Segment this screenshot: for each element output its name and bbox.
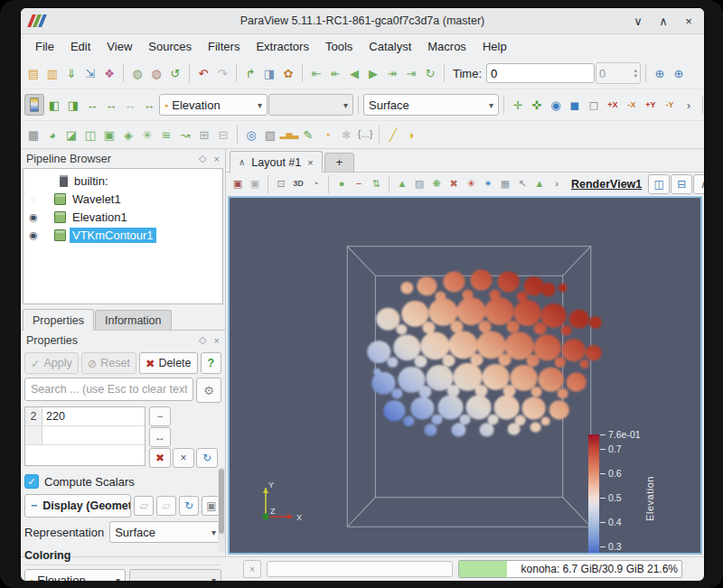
remove-value-icon[interactable]: −	[149, 406, 171, 426]
toggle-3d-icon[interactable]: 3D	[290, 176, 306, 192]
coloring-component-select[interactable]: ▾	[129, 569, 221, 582]
calculator-icon[interactable]: ▦	[24, 125, 42, 145]
rescale-temporal-icon[interactable]: ↔	[121, 95, 139, 115]
rescale-visible-icon[interactable]: ↔	[140, 95, 158, 115]
warp-by-vector-icon[interactable]: ↝	[176, 125, 194, 145]
save-data-icon[interactable]: ▥	[43, 63, 61, 83]
menu-filters[interactable]: Filters	[201, 37, 247, 56]
render-view-canvas[interactable]: X Y Z 7.6e-01 0.7 0.6 0.5 0.4 0.3 2.4e-0…	[228, 196, 702, 555]
pipeline-item-builtin[interactable]: builtin:	[23, 172, 222, 190]
menu-help[interactable]: Help	[475, 37, 514, 56]
view-plus-x-icon[interactable]: +X	[604, 95, 622, 115]
edit-color-palette-icon[interactable]: ✿	[279, 63, 297, 83]
vcr-last-frame-icon[interactable]: ⇥	[402, 63, 420, 83]
zoom-to-selection-icon[interactable]: ⇅	[368, 176, 384, 192]
view-minus-y-icon[interactable]: -Y	[661, 95, 679, 115]
coloring-array-select[interactable]: ● Elevation ▾	[24, 569, 126, 582]
extract-selection-icon[interactable]: ▧	[261, 125, 279, 145]
extract-subset-icon[interactable]: ◈	[119, 125, 137, 145]
pipeline-item-wavelet1[interactable]: ◌ Wavelet1	[23, 190, 222, 208]
value-table[interactable]: 2 220	[24, 406, 146, 466]
vcr-first-frame-icon[interactable]: ⇤	[307, 63, 325, 83]
redo-icon[interactable]: ↷	[213, 63, 231, 83]
value-row[interactable]: 2 220	[25, 407, 145, 426]
slice-icon[interactable]: ◫	[81, 125, 99, 145]
reset-session-icon[interactable]: ↺	[166, 63, 184, 83]
representation-combo[interactable]: Surface ▾	[363, 94, 499, 116]
component-combo[interactable]: ▾	[268, 94, 353, 116]
protractor-icon[interactable]: ◗	[403, 125, 421, 145]
extract-level-icon[interactable]: ⊟	[214, 125, 232, 145]
reset-display-icon[interactable]: ↻	[179, 496, 199, 516]
select-points-on-icon[interactable]: ▨	[411, 176, 427, 192]
ruler-icon[interactable]: ╱	[384, 125, 402, 145]
properties-scrollbar[interactable]	[218, 467, 225, 553]
select-block-icon[interactable]: ✴	[480, 176, 496, 192]
dock-float-icon[interactable]: ◇	[199, 334, 206, 346]
select-cells-on-icon[interactable]: ▲	[394, 176, 410, 192]
threshold-icon[interactable]: ▣	[100, 125, 118, 145]
cancel-progress-icon[interactable]: ×	[243, 560, 261, 578]
zoom-closest-icon[interactable]: ◼	[566, 95, 584, 115]
zoom-current-window-icon[interactable]: ⊕	[651, 63, 669, 83]
select-frustum-icon[interactable]: ✖	[446, 176, 462, 192]
gear-icon[interactable]: ⚙	[196, 378, 221, 403]
interaction-mode-icon[interactable]: ●	[333, 176, 350, 192]
render-view-name[interactable]: RenderView1	[571, 178, 642, 191]
server-connect-icon[interactable]: ◍	[128, 63, 146, 83]
dock-close-icon[interactable]: ×	[214, 335, 220, 346]
visibility-eye-icon[interactable]: ◉	[27, 229, 40, 241]
value-range-icon[interactable]: ↔	[149, 427, 171, 447]
compute-scalars-checkbox[interactable]: ✓	[24, 474, 39, 489]
restore-defaults-icon[interactable]: ↻	[196, 448, 218, 468]
clear-values-icon[interactable]: ×	[173, 448, 194, 468]
snowflake-icon[interactable]: ❄	[337, 125, 355, 145]
menu-edit[interactable]: Edit	[63, 37, 98, 56]
zoom-to-box-icon[interactable]: ◻	[585, 95, 603, 115]
reset-camera-closest-icon[interactable]: ✜	[528, 95, 546, 115]
toolbar-overflow-icon[interactable]: ›	[680, 95, 698, 115]
rescale-custom-icon[interactable]: ↔	[102, 95, 120, 115]
load-state-icon[interactable]: ⇓	[62, 63, 80, 83]
tab-information[interactable]: Information	[95, 310, 172, 330]
reset-button[interactable]: ⊘ Reset	[81, 352, 136, 374]
tab-layout1[interactable]: ∧ Layout #1 ×	[230, 151, 323, 173]
pipeline-item-vtkmcontour1[interactable]: ◉ VTKmContour1	[23, 226, 222, 244]
dock-close-icon[interactable]: ×	[214, 154, 220, 164]
programmable-filter-icon[interactable]: {…}	[356, 125, 374, 145]
representation-select[interactable]: Surface ▾	[109, 521, 221, 543]
menu-file[interactable]: File	[28, 37, 61, 56]
edit-colormap-icon[interactable]: ◧	[45, 95, 63, 115]
contour-icon[interactable]: ◕	[43, 125, 61, 145]
copy-display-icon[interactable]: ▱	[134, 496, 154, 516]
vcr-previous-frame-icon[interactable]: ↞	[326, 63, 344, 83]
capture-screenshot-icon[interactable]: ⊡	[273, 176, 289, 192]
plot-selection-over-time-icon[interactable]: ◔	[318, 125, 336, 145]
spin-arrows-icon[interactable]: ▴▾	[634, 68, 638, 79]
scrollbar-thumb[interactable]	[219, 469, 224, 534]
visibility-eye-icon[interactable]: ◉	[27, 211, 40, 223]
split-vertical-icon[interactable]: ⊟	[671, 174, 692, 194]
glyph-icon[interactable]: ✳	[138, 125, 156, 145]
clip-icon[interactable]: ◪	[62, 125, 80, 145]
view-plus-y-icon[interactable]: +Y	[642, 95, 660, 115]
save-camera-icon[interactable]: ▣	[230, 176, 246, 192]
maximize-icon[interactable]: ∧	[657, 14, 670, 28]
hover-cells-icon[interactable]: ▲	[531, 176, 548, 192]
search-input[interactable]	[24, 378, 193, 401]
open-data-icon[interactable]: ▤	[24, 63, 42, 83]
frame-spinbox[interactable]: 0 ▴▾	[596, 62, 641, 84]
restore-camera-icon[interactable]: ▣	[247, 176, 263, 192]
select-cells-through-icon[interactable]: ❋	[428, 176, 445, 192]
zoom-custom-window-icon[interactable]: ⊕	[670, 63, 688, 83]
separate-colormap-icon[interactable]: ◨	[64, 95, 82, 115]
value-row-empty[interactable]	[25, 426, 145, 445]
new-layout-tab[interactable]: +	[324, 153, 354, 172]
save-state-icon[interactable]: ⇲	[81, 63, 99, 83]
color-array-combo[interactable]: ● Elevation ▾	[159, 94, 268, 116]
menu-extractors[interactable]: Extractors	[249, 37, 316, 56]
visibility-eye-icon[interactable]: ◌	[27, 193, 40, 204]
view-minus-x-icon[interactable]: -X	[623, 95, 641, 115]
preview-icon[interactable]: ◔	[307, 176, 324, 192]
tab-collapse-icon[interactable]: ∧	[239, 157, 245, 167]
